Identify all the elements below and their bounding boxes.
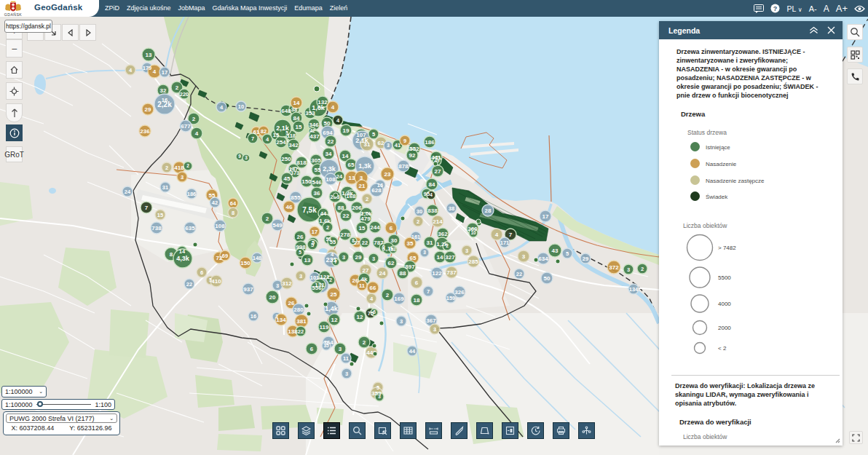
- svg-text:2: 2: [192, 116, 196, 122]
- svg-text:855: 855: [291, 194, 301, 201]
- svg-text:3: 3: [433, 326, 436, 333]
- svg-text:2: 2: [641, 266, 644, 272]
- svg-text:6: 6: [310, 346, 314, 352]
- svg-text:150: 150: [240, 260, 250, 266]
- svg-text:13: 13: [146, 52, 152, 58]
- svg-text:1,3k: 1,3k: [358, 162, 372, 170]
- svg-text:897: 897: [405, 264, 415, 270]
- svg-text:22: 22: [328, 138, 334, 145]
- svg-text:150: 150: [301, 178, 312, 185]
- svg-text:22: 22: [362, 240, 368, 246]
- svg-text:2,1k: 2,1k: [276, 124, 290, 132]
- svg-text:14: 14: [179, 248, 186, 255]
- svg-text:31: 31: [427, 240, 433, 246]
- svg-text:694: 694: [323, 130, 333, 136]
- svg-text:53: 53: [390, 247, 396, 252]
- svg-text:108: 108: [215, 223, 225, 229]
- svg-text:5: 5: [566, 250, 569, 257]
- svg-text:327: 327: [445, 254, 455, 261]
- svg-text:12: 12: [331, 317, 338, 323]
- svg-text:35: 35: [407, 240, 414, 247]
- svg-text:25: 25: [331, 291, 337, 298]
- svg-text:2,3k: 2,3k: [323, 165, 336, 173]
- svg-text:27: 27: [363, 267, 369, 274]
- svg-text:168: 168: [346, 193, 356, 199]
- svg-text:3: 3: [465, 248, 468, 254]
- svg-text:32: 32: [160, 87, 167, 94]
- svg-text:4000: 4000: [718, 301, 731, 307]
- svg-text:4: 4: [153, 68, 157, 75]
- svg-text:5: 5: [299, 250, 301, 255]
- svg-text:148: 148: [253, 255, 262, 261]
- svg-text:19: 19: [343, 127, 350, 134]
- svg-text:30: 30: [417, 208, 422, 215]
- svg-text:GDAŃSK: GDAŃSK: [4, 12, 22, 17]
- svg-text:65: 65: [410, 255, 417, 261]
- svg-text:159: 159: [446, 295, 456, 301]
- svg-text:418: 418: [174, 165, 184, 171]
- svg-text:92: 92: [409, 152, 416, 159]
- svg-text:16: 16: [250, 313, 256, 320]
- svg-text:26: 26: [297, 234, 304, 240]
- svg-text:29: 29: [583, 256, 588, 262]
- svg-text:3: 3: [372, 256, 375, 262]
- svg-text:3: 3: [387, 143, 390, 148]
- svg-text:28: 28: [485, 207, 492, 214]
- svg-text:5: 5: [311, 242, 314, 248]
- svg-text:549: 549: [272, 222, 283, 229]
- svg-text:236: 236: [140, 128, 150, 135]
- svg-text:8: 8: [232, 210, 234, 216]
- svg-text:21: 21: [359, 183, 366, 189]
- svg-text:20: 20: [269, 294, 276, 301]
- svg-text:55: 55: [330, 239, 336, 245]
- svg-text:122: 122: [432, 270, 442, 277]
- svg-text:88: 88: [400, 270, 406, 277]
- svg-text:121: 121: [320, 274, 330, 280]
- svg-text:635: 635: [185, 225, 195, 232]
- svg-text:55: 55: [209, 192, 216, 199]
- svg-text:634: 634: [538, 256, 548, 262]
- svg-text:2,2k: 2,2k: [157, 100, 172, 108]
- svg-text:3: 3: [339, 346, 342, 352]
- svg-text:214: 214: [433, 218, 443, 225]
- svg-text:24: 24: [125, 189, 131, 195]
- svg-text:2: 2: [266, 215, 269, 222]
- svg-text:3: 3: [345, 371, 348, 377]
- svg-text:17: 17: [542, 213, 549, 220]
- svg-text:8: 8: [352, 238, 355, 243]
- svg-text:373: 373: [291, 170, 300, 176]
- svg-text:41: 41: [395, 142, 401, 149]
- svg-text:3: 3: [276, 282, 279, 289]
- svg-text:35: 35: [323, 343, 329, 348]
- svg-text:31: 31: [162, 184, 168, 191]
- svg-text:10: 10: [470, 230, 476, 235]
- svg-text:42: 42: [212, 199, 218, 206]
- svg-text:818: 818: [296, 159, 307, 166]
- svg-text:44: 44: [409, 348, 416, 355]
- svg-text:17: 17: [162, 69, 167, 76]
- svg-text:220: 220: [180, 91, 189, 98]
- svg-text:3: 3: [378, 394, 381, 399]
- svg-text:7: 7: [334, 259, 337, 264]
- svg-text:15: 15: [359, 225, 366, 232]
- svg-text:5: 5: [372, 131, 375, 138]
- svg-text:132: 132: [317, 99, 328, 106]
- svg-text:82: 82: [261, 128, 267, 135]
- svg-text:2: 2: [363, 339, 366, 346]
- svg-text:17: 17: [312, 229, 317, 235]
- svg-text:23: 23: [384, 171, 391, 178]
- svg-text:3: 3: [181, 174, 184, 181]
- svg-text:69: 69: [222, 253, 228, 259]
- svg-text:43: 43: [552, 248, 559, 254]
- svg-text:738: 738: [151, 225, 162, 232]
- svg-text:312: 312: [282, 280, 292, 287]
- svg-text:4: 4: [495, 232, 499, 238]
- svg-text:95: 95: [424, 191, 430, 197]
- svg-text:66: 66: [370, 285, 376, 291]
- svg-text:10: 10: [238, 103, 244, 110]
- svg-text:84: 84: [429, 181, 435, 188]
- svg-text:437: 437: [309, 133, 320, 140]
- svg-text:556: 556: [312, 285, 322, 291]
- svg-text:88: 88: [338, 205, 344, 211]
- svg-text:250: 250: [281, 156, 291, 162]
